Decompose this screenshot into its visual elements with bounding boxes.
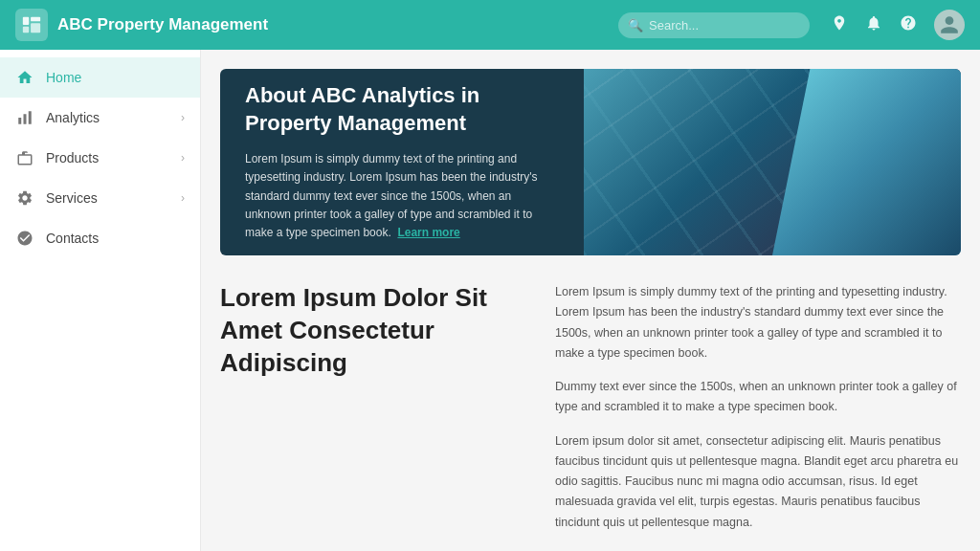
content-left: Lorem Ipsum Dolor Sit Amet Consectetur A…	[220, 282, 526, 533]
svg-rect-2	[31, 17, 40, 22]
services-icon	[15, 188, 34, 208]
location-icon[interactable]	[831, 14, 848, 36]
svg-rect-4	[18, 118, 21, 124]
hero-text-area: About ABC Analytics in Property Manageme…	[220, 69, 584, 255]
products-icon	[15, 148, 34, 167]
svg-rect-3	[31, 23, 40, 33]
content-right: Lorem Ipsum is simply dummy text of the …	[555, 282, 961, 533]
home-icon	[15, 68, 34, 87]
main-layout: Home Analytics › Products › Services ›	[0, 50, 980, 551]
avatar[interactable]	[934, 10, 965, 40]
sidebar-label-products: Products	[46, 150, 169, 165]
hero-title: About ABC Analytics in Property Manageme…	[245, 82, 559, 137]
svg-rect-5	[24, 114, 27, 124]
help-icon[interactable]	[900, 14, 917, 36]
content-paragraph-2: Dummy text ever since the 1500s, when an…	[555, 377, 961, 418]
contacts-icon	[15, 229, 34, 248]
bell-icon[interactable]	[865, 14, 882, 36]
content-paragraph-3: Lorem ipsum dolor sit amet, consectetur …	[555, 431, 961, 533]
content-section: Lorem Ipsum Dolor Sit Amet Consectetur A…	[220, 282, 961, 533]
content-paragraph-1: Lorem Ipsum is simply dummy text of the …	[555, 282, 961, 364]
learn-more-link[interactable]: Learn more	[397, 226, 459, 239]
sidebar-label-home: Home	[46, 70, 185, 85]
sidebar-item-home[interactable]: Home	[0, 57, 200, 98]
content-heading: Lorem Ipsum Dolor Sit Amet Consectetur A…	[220, 282, 526, 379]
sidebar-item-services[interactable]: Services ›	[0, 178, 200, 218]
chevron-right-icon-3: ›	[181, 191, 185, 205]
hero-body: Lorem Ipsum is simply dummy text of the …	[245, 150, 559, 242]
svg-rect-0	[23, 17, 29, 25]
search-container: 🔍	[618, 12, 810, 38]
sidebar: Home Analytics › Products › Services ›	[0, 50, 201, 551]
sidebar-item-contacts[interactable]: Contacts	[0, 218, 200, 258]
svg-rect-6	[29, 111, 32, 124]
chevron-right-icon: ›	[181, 111, 185, 124]
sidebar-item-analytics[interactable]: Analytics ›	[0, 98, 200, 138]
app-logo: ABC Property Management	[15, 9, 268, 41]
sidebar-label-analytics: Analytics	[46, 110, 169, 125]
search-input[interactable]	[618, 12, 810, 38]
analytics-icon	[15, 108, 34, 127]
logo-icon	[15, 9, 48, 41]
sidebar-label-contacts: Contacts	[46, 231, 185, 246]
sidebar-item-products[interactable]: Products ›	[0, 138, 200, 178]
top-navigation: ABC Property Management 🔍	[0, 0, 980, 50]
sidebar-label-services: Services	[46, 190, 169, 206]
hero-image	[584, 69, 961, 255]
chevron-right-icon-2: ›	[181, 151, 185, 165]
hero-banner: About ABC Analytics in Property Manageme…	[220, 69, 961, 255]
nav-icons	[831, 10, 965, 40]
search-icon: 🔍	[628, 18, 643, 33]
svg-rect-1	[23, 27, 29, 33]
app-title: ABC Property Management	[57, 15, 268, 34]
main-content: About ABC Analytics in Property Manageme…	[201, 50, 980, 551]
